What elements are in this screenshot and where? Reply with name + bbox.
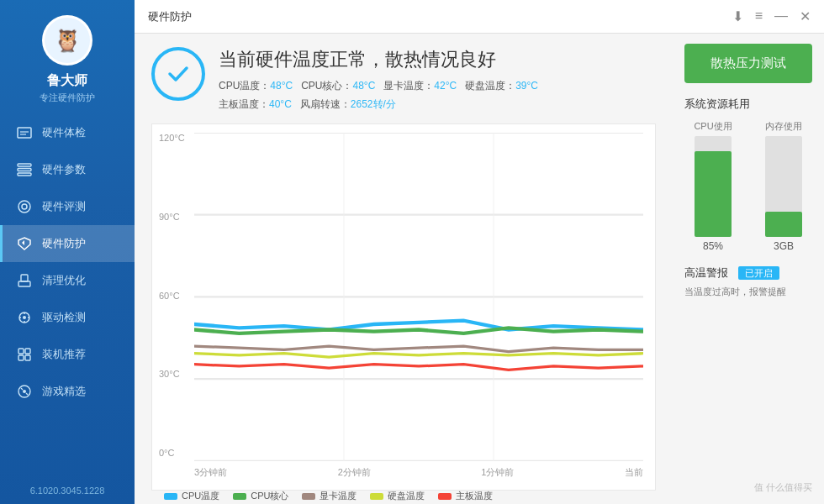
- status-card: 当前硬件温度正常，散热情况良好 CPU温度：48°C CPU核心：48°C 显卡…: [151, 47, 656, 113]
- alert-status-badge[interactable]: 已开启: [738, 266, 779, 280]
- close-button[interactable]: ✕: [800, 8, 811, 24]
- resource-section: 系统资源耗用 CPU使用 85% 内存使用 3GB: [684, 97, 812, 252]
- resource-bars: CPU使用 85% 内存使用 3GB: [684, 120, 812, 252]
- y-label-30: 30°C: [159, 369, 185, 379]
- cpu-bar-fill: [695, 151, 732, 237]
- svg-rect-11: [21, 275, 28, 281]
- driver-detect-icon: [15, 308, 34, 327]
- sidebar-label-driver-detect: 驱动检测: [42, 310, 86, 325]
- temperature-chart: 120°C 90°C 60°C 30°C 0°C: [151, 123, 656, 491]
- sidebar-item-hardware-check[interactable]: 硬件体检: [0, 114, 135, 151]
- svg-point-6: [18, 201, 30, 213]
- gpu-temp: 42°C: [434, 80, 457, 92]
- memory-bar-label: 内存使用: [765, 120, 802, 133]
- x-label-3min: 3分钟前: [194, 466, 227, 479]
- svg-rect-10: [18, 281, 30, 286]
- memory-bar-wrapper: [765, 136, 802, 237]
- logo-circle: 🦉: [42, 15, 92, 66]
- svg-rect-0: [18, 128, 31, 138]
- download-button[interactable]: ⬇: [732, 8, 743, 24]
- cpu-bar-wrapper: [695, 136, 732, 237]
- sidebar-item-hardware-eval[interactable]: 硬件评测: [0, 188, 135, 225]
- memory-bar-fill: [765, 212, 802, 237]
- sidebar: 🦉 鲁大师 专注硬件防护 硬件体检 硬件参数 硬件评测: [0, 0, 135, 504]
- status-text: 当前硬件温度正常，散热情况良好 CPU温度：48°C CPU核心：48°C 显卡…: [219, 47, 538, 113]
- alert-desc-row: 当温度过高时，报警提醒: [684, 286, 812, 298]
- sidebar-item-game-select[interactable]: 游戏精选: [0, 373, 135, 410]
- sidebar-label-game-select: 游戏精选: [42, 384, 86, 399]
- y-label-90: 90°C: [159, 212, 185, 222]
- legend-label-cpu-core: CPU核心: [251, 490, 288, 502]
- sidebar-label-hardware-eval: 硬件评测: [42, 199, 86, 214]
- cpu-bar-value: 85%: [703, 240, 723, 252]
- center-panel: 当前硬件温度正常，散热情况良好 CPU温度：48°C CPU核心：48°C 显卡…: [135, 34, 673, 504]
- legend-dot-disk-temp: [370, 493, 383, 500]
- sidebar-item-hardware-protect[interactable]: 硬件防护: [0, 225, 135, 262]
- svg-rect-21: [25, 355, 30, 360]
- memory-bar-item: 内存使用 3GB: [755, 120, 812, 252]
- right-panel: 散热压力测试 系统资源耗用 CPU使用 85% 内存使用: [673, 34, 824, 504]
- status-line1: CPU温度：48°C CPU核心：48°C 显卡温度：42°C 硬盘温度：39°…: [219, 77, 538, 96]
- stress-test-button[interactable]: 散热压力测试: [684, 44, 812, 83]
- status-title: 当前硬件温度正常，散热情况良好: [219, 47, 538, 72]
- cpu-bar-item: CPU使用 85%: [684, 120, 742, 252]
- sidebar-item-driver-detect[interactable]: 驱动检测: [0, 299, 135, 336]
- minimize-button[interactable]: —: [774, 8, 788, 24]
- logo-icon: 🦉: [45, 18, 90, 63]
- legend-dot-board-temp: [438, 493, 452, 500]
- chart-x-axis: 3分钟前 2分钟前 1分钟前 当前: [194, 466, 643, 479]
- status-line2: 主板温度：40°C 风扇转速：2652转/分: [219, 96, 538, 114]
- y-label-0: 0°C: [159, 448, 185, 458]
- sidebar-item-install-recommend[interactable]: 装机推荐: [0, 336, 135, 373]
- alert-title-text: 高温警报: [684, 266, 728, 279]
- sidebar-item-hardware-params[interactable]: 硬件参数: [0, 151, 135, 188]
- cpu-core: 48°C: [353, 80, 376, 92]
- svg-point-13: [23, 316, 26, 319]
- legend-dot-cpu-core: [233, 493, 246, 500]
- svg-rect-3: [18, 164, 31, 166]
- game-select-icon: [15, 382, 34, 401]
- legend-disk-temp: 硬盘温度: [370, 490, 425, 502]
- legend-label-gpu-temp: 显卡温度: [320, 490, 357, 502]
- svg-line-25: [26, 393, 28, 395]
- legend-cpu-temp: CPU温度: [164, 490, 219, 502]
- svg-point-7: [22, 204, 27, 209]
- memory-bar-value: 3GB: [774, 240, 794, 252]
- sidebar-item-clean-optimize[interactable]: 清理优化: [0, 262, 135, 299]
- titlebar: 硬件防护 ⬇ ≡ — ✕: [135, 0, 824, 34]
- y-label-120: 120°C: [159, 133, 185, 143]
- status-details: CPU温度：48°C CPU核心：48°C 显卡温度：42°C 硬盘温度：39°…: [219, 77, 538, 113]
- legend-dot-gpu-temp: [302, 493, 315, 500]
- menu-button[interactable]: ≡: [755, 8, 763, 24]
- disk-temp: 39°C: [515, 80, 538, 92]
- legend-cpu-core: CPU核心: [233, 490, 288, 502]
- x-label-1min: 1分钟前: [481, 466, 514, 479]
- svg-rect-5: [18, 173, 31, 176]
- x-label-2min: 2分钟前: [338, 466, 371, 479]
- hardware-eval-icon: [15, 197, 34, 216]
- sidebar-label-hardware-check: 硬件体检: [42, 125, 86, 140]
- x-label-now: 当前: [625, 466, 643, 479]
- svg-rect-20: [18, 355, 24, 360]
- hardware-protect-icon: [15, 234, 34, 253]
- status-icon: [151, 47, 205, 101]
- chart-y-axis: 120°C 90°C 60°C 30°C 0°C: [159, 133, 185, 458]
- hardware-params-icon: [15, 160, 34, 179]
- clean-optimize-icon: [15, 271, 34, 290]
- version-label: 6.1020.3045.1228: [30, 477, 105, 504]
- brand-name: 鲁大师: [47, 72, 87, 90]
- fan-speed: 2652转/分: [351, 98, 396, 110]
- svg-rect-19: [25, 349, 30, 354]
- alert-desc: 当温度过高时，报警提醒: [684, 286, 786, 298]
- sidebar-label-clean-optimize: 清理优化: [42, 273, 86, 288]
- sidebar-label-install-recommend: 装机推荐: [42, 347, 86, 362]
- legend-label-disk-temp: 硬盘温度: [388, 490, 425, 502]
- board-temp: 40°C: [269, 98, 292, 110]
- install-recommend-icon: [15, 345, 34, 364]
- cpu-temp: 48°C: [270, 80, 293, 92]
- alert-section: 高温警报 已开启 当温度过高时，报警提醒: [684, 265, 812, 302]
- window-controls: ⬇ ≡ — ✕: [732, 8, 811, 24]
- svg-point-23: [23, 390, 26, 393]
- sidebar-label-hardware-protect: 硬件防护: [42, 236, 86, 251]
- sidebar-label-hardware-params: 硬件参数: [42, 162, 86, 177]
